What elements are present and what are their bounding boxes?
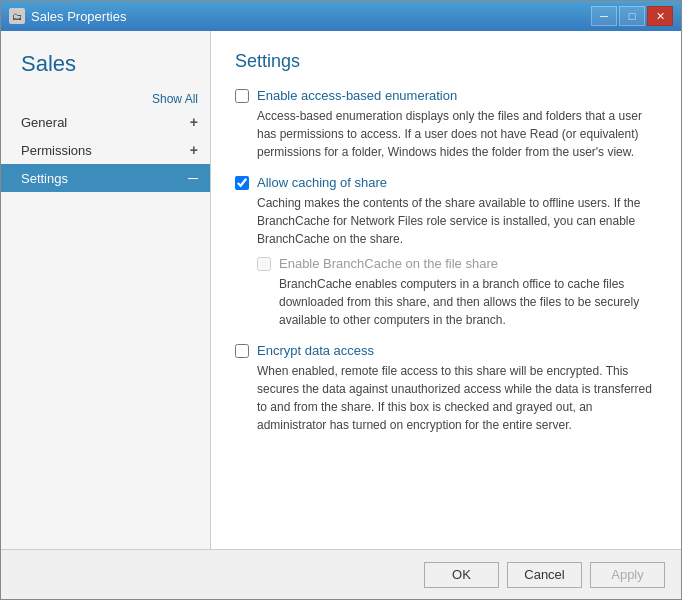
sidebar-permissions-icon: + — [190, 142, 198, 158]
cancel-button[interactable]: Cancel — [507, 562, 582, 588]
branchcache-row: Enable BranchCache on the file share — [257, 256, 657, 271]
sidebar-item-general[interactable]: General + — [1, 108, 210, 136]
close-button[interactable]: ✕ — [647, 6, 673, 26]
sidebar-general-icon: + — [190, 114, 198, 130]
branchcache-description: BranchCache enables computers in a branc… — [257, 275, 657, 329]
window-title: Sales Properties — [31, 9, 126, 24]
sub-setting-branchcache: Enable BranchCache on the file share Bra… — [235, 256, 657, 329]
apply-button[interactable]: Apply — [590, 562, 665, 588]
sidebar-title: Sales — [1, 41, 210, 92]
encrypt-data-label[interactable]: Encrypt data access — [257, 343, 374, 358]
allow-caching-checkbox[interactable] — [235, 176, 249, 190]
show-all-link[interactable]: Show All — [152, 92, 198, 106]
main-content: Settings Enable access-based enumeration… — [211, 31, 681, 549]
sidebar-general-label: General — [21, 115, 190, 130]
encrypt-data-row: Encrypt data access — [235, 343, 657, 358]
access-enum-checkbox[interactable] — [235, 89, 249, 103]
title-bar-left: 🗂 Sales Properties — [9, 8, 126, 24]
section-title: Settings — [235, 51, 657, 72]
ok-button[interactable]: OK — [424, 562, 499, 588]
branchcache-label: Enable BranchCache on the file share — [279, 256, 498, 271]
minimize-button[interactable]: ─ — [591, 6, 617, 26]
setting-encrypt-data: Encrypt data access When enabled, remote… — [235, 343, 657, 434]
main-window: 🗂 Sales Properties ─ □ ✕ Sales Show All … — [0, 0, 682, 600]
title-bar: 🗂 Sales Properties ─ □ ✕ — [1, 1, 681, 31]
sidebar-item-permissions[interactable]: Permissions + — [1, 136, 210, 164]
sidebar-item-settings[interactable]: Settings ─ — [1, 164, 210, 192]
setting-access-enum: Enable access-based enumeration Access-b… — [235, 88, 657, 161]
branchcache-checkbox[interactable] — [257, 257, 271, 271]
sidebar-permissions-label: Permissions — [21, 143, 190, 158]
encrypt-data-description: When enabled, remote file access to this… — [235, 362, 657, 434]
sidebar-settings-icon: ─ — [188, 170, 198, 186]
setting-allow-caching: Allow caching of share Caching makes the… — [235, 175, 657, 329]
sidebar-settings-label: Settings — [21, 171, 188, 186]
show-all-row: Show All — [1, 92, 210, 106]
title-bar-controls: ─ □ ✕ — [591, 6, 673, 26]
allow-caching-row: Allow caching of share — [235, 175, 657, 190]
footer: OK Cancel Apply — [1, 549, 681, 599]
encrypt-data-checkbox[interactable] — [235, 344, 249, 358]
window-body: Sales Show All General + Permissions + S… — [1, 31, 681, 549]
sidebar: Sales Show All General + Permissions + S… — [1, 31, 211, 549]
window-icon: 🗂 — [9, 8, 25, 24]
allow-caching-label[interactable]: Allow caching of share — [257, 175, 387, 190]
maximize-button[interactable]: □ — [619, 6, 645, 26]
allow-caching-description: Caching makes the contents of the share … — [235, 194, 657, 248]
access-enum-description: Access-based enumeration displays only t… — [235, 107, 657, 161]
access-enum-label[interactable]: Enable access-based enumeration — [257, 88, 457, 103]
access-enum-row: Enable access-based enumeration — [235, 88, 657, 103]
